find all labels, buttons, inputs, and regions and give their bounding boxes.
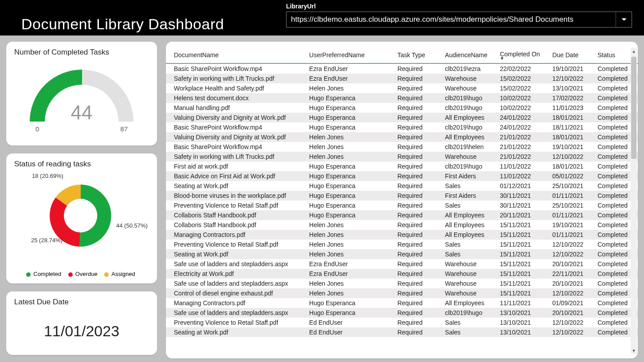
table-row[interactable]: Safe use of ladders and stepladders.aspx… <box>166 308 638 318</box>
cell-doc: First aid at work.pdf <box>166 161 306 171</box>
scroll-thumb[interactable] <box>631 57 636 159</box>
table-row[interactable]: Preventing Violence to Retail Staff.pdfH… <box>166 201 638 210</box>
table-row[interactable]: Workplace Health and Safety.pdfHelen Jon… <box>166 83 638 93</box>
cell-type: Required <box>395 259 442 269</box>
cell-aud: Warehouse <box>442 288 497 298</box>
latest-due-date-card[interactable]: Latest Due Date 11/01/2023 <box>6 291 157 355</box>
table-row[interactable]: Basic SharePoint Workflow.mp4Helen Jones… <box>166 142 638 152</box>
cell-type: Required <box>395 181 442 191</box>
legend-completed[interactable]: Completed <box>33 271 61 277</box>
cell-user: Helen Jones <box>306 230 395 240</box>
table-row[interactable]: Collaboris Staff Handbook.pdfHugo Espera… <box>166 210 638 220</box>
cell-due: 12/10/2022 <box>550 74 595 83</box>
table-row[interactable]: First aid at work.pdfHugo EsperancaRequi… <box>166 161 638 171</box>
status-tasks-card[interactable]: Status of reading tasks 44 (50.57%) 25 (… <box>6 153 157 283</box>
cell-user: Helen Jones <box>306 220 395 230</box>
table-row[interactable]: Managing Contractors.pdfHugo EsperancaRe… <box>166 298 638 308</box>
table-row[interactable]: Preventing Violence to Retail Staff.pdfE… <box>166 318 638 327</box>
table-row[interactable]: Manual handling.pdfHugo EsperancaRequire… <box>166 103 638 113</box>
cell-type: Required <box>395 122 442 132</box>
table-row[interactable]: Safe use of ladders and stepladders.aspx… <box>166 279 638 288</box>
scroll-up-icon[interactable]: ▲ <box>631 49 637 54</box>
table-row[interactable]: Managing Contractors.pdfHelen JonesRequi… <box>166 230 638 240</box>
table-row[interactable]: Blood-borne viruses in the workplace.pdf… <box>166 191 638 201</box>
table-row[interactable]: Valuing Diversity and Dignity at Work.pd… <box>166 132 638 142</box>
table-row[interactable]: Preventing Violence to Retail Staff.pdfH… <box>166 240 638 249</box>
cell-aud: Warehouse <box>442 152 497 161</box>
legend-assigned[interactable]: Assigned <box>111 271 135 277</box>
table-row[interactable]: Collaboris Staff Handbook.pdfHelen Jones… <box>166 220 638 230</box>
table-row[interactable]: Seating at Work.pdfHugo EsperancaRequire… <box>166 181 638 191</box>
cell-aud: Warehouse <box>442 83 497 93</box>
col-header-tasktype[interactable]: Task Type <box>395 47 442 63</box>
cell-doc: Seating at Work.pdf <box>166 327 306 337</box>
table-row[interactable]: Basic Advice on First Aid at Work.pdfHug… <box>166 171 638 181</box>
legend-overdue[interactable]: Overdue <box>75 271 98 277</box>
cell-comp: 15/11/2021 <box>497 230 550 240</box>
cell-doc: Safe use of ladders and stepladders.aspx <box>166 308 306 318</box>
library-url-input[interactable] <box>287 15 616 24</box>
col-header-completedon[interactable]: Completed On▼ <box>497 47 550 63</box>
col-header-duedate[interactable]: Due Date <box>550 47 595 63</box>
cell-due: 18/01/2021 <box>550 161 595 171</box>
cell-doc: Seating at Work.pdf <box>166 181 306 191</box>
completed-tasks-card[interactable]: Number of Completed Tasks 44 0 87 <box>6 42 157 146</box>
table-row[interactable]: Electricity at Work.pdfEzra EndUserRequi… <box>166 269 638 279</box>
table-row[interactable]: Basic SharePoint Workflow.mp4Ezra EndUse… <box>166 63 638 74</box>
cell-due: 12/10/2022 <box>550 249 595 259</box>
cell-due: 20/10/2021 <box>550 259 595 269</box>
cell-user: Helen Jones <box>306 83 395 93</box>
col-header-user[interactable]: UserPreferredName <box>306 47 395 63</box>
cell-aud: All Employees <box>442 113 497 122</box>
table-row[interactable]: Safe use of ladders and stepladders.aspx… <box>166 259 638 269</box>
cell-aud: All Employees <box>442 210 497 220</box>
cell-due: 25/10/2021 <box>550 201 595 210</box>
cell-type: Required <box>395 240 442 249</box>
cell-type: Required <box>395 327 442 337</box>
donut-legend: Completed Overdue Assigned <box>14 271 149 277</box>
cell-type: Required <box>395 279 442 288</box>
scroll-down-icon[interactable]: ▼ <box>631 348 637 353</box>
cell-user: Hugo Esperanca <box>306 122 395 132</box>
cell-doc: Preventing Violence to Retail Staff.pdf <box>166 318 306 327</box>
cell-doc: Valuing Diversity and Dignity at Work.pd… <box>166 113 306 122</box>
cell-due: 12/10/2022 <box>550 152 595 161</box>
cell-doc: Valuing Diversity and Dignity at Work.pd… <box>166 132 306 142</box>
tasks-table-card[interactable]: DocumentName UserPreferredName Task Type… <box>166 42 638 358</box>
table-row[interactable]: Seating at Work.pdfHelen JonesRequiredSa… <box>166 249 638 259</box>
cell-doc: Blood-borne viruses in the workplace.pdf <box>166 191 306 201</box>
cell-doc: Safe use of ladders and stepladders.aspx <box>166 279 306 288</box>
cell-user: Hugo Esperanca <box>306 210 395 220</box>
table-row[interactable]: Seating at Work.pdfEd EndUserRequiredSal… <box>166 327 638 337</box>
cell-comp: 24/01/2022 <box>497 122 550 132</box>
cell-type: Required <box>395 74 442 83</box>
cell-doc: Workplace Health and Safety.pdf <box>166 83 306 93</box>
cell-due: 17/02/2022 <box>550 93 595 103</box>
table-scrollbar[interactable]: ▲ ▼ <box>631 48 637 354</box>
chevron-down-icon[interactable] <box>616 12 632 27</box>
library-url-label: LibraryUrl <box>286 3 632 10</box>
cell-aud: Sales <box>442 181 497 191</box>
cell-aud: All Employees <box>442 132 497 142</box>
cell-doc: Managing Contractors.pdf <box>166 298 306 308</box>
cell-user: Hugo Esperanca <box>306 161 395 171</box>
library-url-dropdown[interactable] <box>286 12 632 28</box>
table-row[interactable]: Safety in working with Lift Trucks.pdfEz… <box>166 74 638 83</box>
table-row[interactable]: Control of diesel engine exhaust.pdfHele… <box>166 288 638 298</box>
cell-type: Required <box>395 103 442 113</box>
table-row[interactable]: Safety in working with Lift Trucks.pdfHe… <box>166 152 638 161</box>
cell-due: 01/11/2021 <box>550 191 595 201</box>
sort-desc-icon: ▼ <box>500 58 547 59</box>
col-header-documentname[interactable]: DocumentName <box>166 47 306 63</box>
cell-due: 01/11/2021 <box>550 210 595 220</box>
table-row[interactable]: Helens test document.docxHugo EsperancaR… <box>166 93 638 103</box>
cell-user: Ezra EndUser <box>306 269 395 279</box>
cell-comp: 11/11/2021 <box>497 298 550 308</box>
cell-doc: Basic SharePoint Workflow.mp4 <box>166 142 306 152</box>
table-row[interactable]: Basic SharePoint Workflow.mp4Hugo Espera… <box>166 122 638 132</box>
cell-comp: 15/11/2021 <box>497 249 550 259</box>
page-title: Document Library Dashboard <box>21 16 224 33</box>
table-row[interactable]: Valuing Diversity and Dignity at Work.pd… <box>166 113 638 122</box>
library-url-group: LibraryUrl <box>286 3 632 28</box>
col-header-audience[interactable]: AudienceName <box>442 47 497 63</box>
